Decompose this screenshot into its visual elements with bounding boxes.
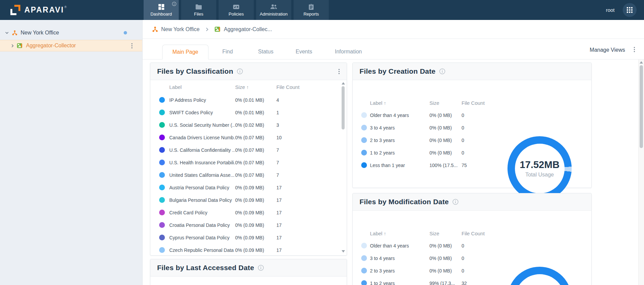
row-size: 99% (17.3... [429,281,462,285]
table-row[interactable]: IP Address Policy0% (0.01 MB)4 [150,94,347,106]
column-header-label[interactable]: Label↑ [370,100,429,106]
table-row[interactable]: U.S. Health Insurance Portabili...0% (0.… [150,156,347,169]
breadcrumb-item-aggregator[interactable]: Aggregator-Collec... [215,26,272,32]
column-header-size[interactable]: Size [429,231,462,236]
table-row[interactable]: Older than 4 years0% (0 MB)0 [353,239,591,252]
info-icon[interactable] [452,199,459,205]
row-label: 2 to 3 years [370,268,429,274]
table-row[interactable]: Credit Card Policy0% (0.09 MB)17 [150,206,347,219]
tab-find[interactable]: Find [208,44,247,59]
table-row[interactable]: Croatia Personal Data Policy0% (0.09 MB)… [150,219,347,231]
tab-information[interactable]: Information [323,44,374,59]
row-label: Czech Republic Personal Data ... [169,247,235,253]
legend-color-dot [159,235,165,240]
table-row[interactable]: Bulgaria Personal Data Policy0% (0.09 MB… [150,194,347,206]
legend-color-dot [159,197,165,203]
user-name[interactable]: root [606,7,615,13]
table-row[interactable]: U.S. California Confidentiality ...0% (0… [150,144,347,156]
nav-tab-policies[interactable]: Policies [219,0,254,20]
nav-tab-reports[interactable]: Reports [294,0,329,20]
table-row[interactable]: Older than 4 years0% (0 MB)0 [353,109,591,121]
legend-color-dot [159,97,165,103]
scroll-down-icon[interactable] [342,250,345,253]
table-row[interactable]: SWIFT Codes Policy0% (0.01 MB)1 [150,106,347,119]
row-label: Bulgaria Personal Data Policy [169,197,235,203]
nav-tab-files[interactable]: Files [181,0,216,20]
tab-main-page[interactable]: Main Page [162,45,208,60]
row-label: SWIFT Codes Policy [169,110,235,115]
table-row[interactable]: Cyprus Personal Data Policy0% (0.09 MB)1… [150,231,347,244]
column-header-count[interactable]: File Count [462,231,591,236]
chevron-down-icon[interactable] [5,31,9,34]
table-row[interactable]: Czech Republic Personal Data ...0% (0.09… [150,244,347,255]
row-count: 1 [276,110,347,115]
row-label: Older than 4 years [370,243,429,248]
chevron-right-icon[interactable] [11,44,14,48]
legend-color-dot [159,122,165,128]
kebab-menu-icon[interactable] [338,69,340,74]
column-header-label[interactable]: Label↑ [370,231,429,236]
card-scrollbar[interactable] [341,81,346,253]
column-header-size[interactable]: Size↑ [235,84,276,90]
card-header: Files by Last Accessed Date [150,259,347,277]
table-rows: IP Address Policy0% (0.01 MB)4SWIFT Code… [150,94,347,255]
status-dot [124,31,127,34]
tab-status[interactable]: Status [247,44,285,59]
row-size: 0% (0.09 MB) [235,235,276,240]
nav-tab-label: Files [194,11,203,17]
scroll-up-icon[interactable] [342,82,345,85]
row-label: 1 to 2 years [370,281,429,285]
row-label: United States California Asse... [169,172,235,178]
table-row[interactable]: Austria Personal Data Policy0% (0.09 MB)… [150,181,347,194]
tab-events[interactable]: Events [285,44,323,59]
nav-tab-dashboard[interactable]: Dashboard [144,0,179,20]
table-row[interactable]: Canada Drivers License Numb...0% (0.07 M… [150,131,347,144]
scrollbar-thumb[interactable] [342,86,345,129]
dashboard-icon [158,3,165,10]
legend-color-dot [159,160,165,165]
card-files-by-modification-date: Files by Modification Date Label↑ Size F… [352,193,592,285]
tree-node-label: Aggregator-Collector [26,43,76,49]
legend-color-dot [159,247,165,253]
sort-asc-icon: ↑ [384,231,386,236]
table-row[interactable]: U.S. Social Security Number (...0% (0.02… [150,119,347,131]
row-size: 0% (0 MB) [429,150,462,156]
app-grid-button[interactable] [623,3,637,17]
card-header: Files by Creation Date [353,63,591,80]
manage-views-button[interactable]: Manage Views [590,47,625,53]
kebab-menu-icon[interactable] [131,43,133,49]
page-scrollbar[interactable] [638,60,644,285]
breadcrumb-item-office[interactable]: New York Office [152,26,200,32]
kebab-menu-icon[interactable] [634,47,635,52]
dashboard-content: Files by Classification Label Size↑ File… [143,60,644,285]
column-header-count[interactable]: File Count [462,100,591,106]
row-label: Canada Drivers License Numb... [169,135,235,140]
legend-color-dot [159,222,165,228]
table-row[interactable]: 3 to 4 years0% (0 MB)0 [353,252,591,264]
info-icon[interactable] [439,68,445,74]
tree-node-new-york-office[interactable]: New York Office [0,27,142,39]
row-label: Austria Personal Data Policy [169,185,235,190]
row-count: 0 [462,243,591,248]
info-icon[interactable] [172,2,176,7]
row-count: 17 [276,222,347,228]
row-label: Older than 4 years [370,113,429,118]
column-header-size[interactable]: Size [429,100,462,106]
legend-color-dot [361,268,367,274]
row-size: 0% (0.07 MB) [235,135,276,140]
tree-node-aggregator-collector[interactable]: Aggregator-Collector [0,40,142,51]
row-size: 0% (0 MB) [429,125,462,130]
info-icon[interactable] [258,265,264,271]
row-count: 0 [462,125,591,130]
breadcrumb: New York Office Aggregator-Collec... [143,20,644,39]
scroll-up-icon[interactable] [640,61,643,64]
modification-table: Label↑ Size File Count Older than 4 year… [353,227,591,285]
column-header-label[interactable]: Label [169,84,235,90]
nav-tab-administration[interactable]: Administration [256,0,291,20]
info-icon[interactable] [237,68,243,74]
scrollbar-thumb[interactable] [640,65,643,148]
row-count: 0 [462,113,591,118]
table-row[interactable]: United States California Asse...0% (0.07… [150,169,347,181]
column-header-count[interactable]: File Count [276,84,347,90]
table-row[interactable]: 3 to 4 years0% (0 MB)0 [353,121,591,134]
